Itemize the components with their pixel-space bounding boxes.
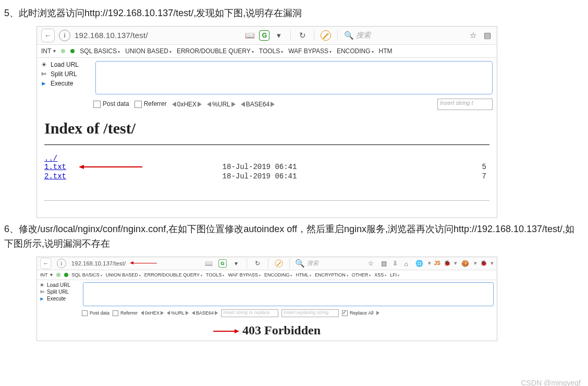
back-button[interactable]: ← (41, 29, 55, 42)
library-icon[interactable]: ▤ (482, 30, 493, 41)
menu-errorquery[interactable]: ERROR/DOUBLE QUERY (177, 47, 254, 55)
forbidden-heading: 403 Forbidden (37, 323, 497, 337)
split-url-button[interactable]: ✄Split URL (39, 288, 81, 295)
globe-icon[interactable]: 🌐 (415, 259, 424, 268)
shield-icon[interactable]: G (259, 30, 270, 41)
search-box[interactable]: 🔍 搜索 (344, 31, 371, 40)
menu-other[interactable]: OTHER (352, 272, 371, 278)
load-url-button[interactable]: ☀Load URL (39, 282, 81, 288)
menu-tools[interactable]: TOOLS (206, 272, 224, 278)
address-bar[interactable]: 192.168.10.137/test/ (75, 31, 148, 40)
library-icon[interactable]: ▤ (380, 259, 388, 268)
site-info-icon[interactable]: i (57, 259, 66, 268)
referrer-check[interactable]: Referrer (134, 100, 167, 108)
hr (44, 144, 489, 145)
divider (247, 258, 247, 269)
menu-encryption[interactable]: ENCRYPTION (315, 272, 348, 278)
db-icon: ☀ (40, 61, 47, 68)
browser-navbar: ← i 192.168.10.137/test/ 📖 G ▾ ↻ 🔍搜索 ☆ ▤… (37, 257, 497, 270)
referrer-check[interactable]: Referrer (113, 310, 138, 316)
divider (337, 30, 338, 41)
annotation-arrow (213, 331, 238, 332)
int-select[interactable]: INT▾ (41, 47, 56, 55)
hex-encode[interactable]: 0xHEX (141, 310, 164, 316)
file-date: 18-Jul-2019 06:41 (223, 163, 436, 172)
int-select[interactable]: INT▾ (40, 272, 53, 278)
dropdown-icon[interactable]: ▾ (232, 259, 240, 268)
url-textarea[interactable] (83, 282, 494, 306)
page-content: Index of /test/ ../ 1.txt 18-Jul-2019 06… (37, 113, 497, 218)
hackbar-options: Post data Referrer 0xHEX %URL BASE64 Ins… (37, 96, 497, 113)
js-icon[interactable]: JS (434, 260, 440, 266)
file-size: 5 (436, 163, 490, 172)
download-icon[interactable]: ⇩ (393, 260, 398, 267)
run-icon[interactable] (376, 311, 379, 315)
star-icon[interactable]: ☆ (366, 259, 375, 268)
menu-encoding[interactable]: ENCODING (264, 272, 292, 278)
execute-button[interactable]: ►Execute (39, 295, 81, 302)
menu-wafbypass[interactable]: WAF BYPASS (228, 272, 261, 278)
insert-string-input[interactable]: Insert string to replace (221, 309, 278, 317)
parent-link[interactable]: ../ (44, 154, 57, 163)
annotation-arrow (80, 166, 142, 167)
browser-navbar: ← i 192.168.10.137/test/ 📖 G ▾ ↻ 🔍 搜索 ☆ … (37, 27, 497, 45)
scissor-icon: ✄ (40, 70, 47, 78)
load-url-button[interactable]: ☀Load URL (40, 60, 92, 69)
execute-button[interactable]: ►Execute (40, 79, 92, 88)
menu-unionbased[interactable]: UNION BASED (125, 47, 172, 55)
reader-icon[interactable]: 📖 (205, 259, 213, 268)
replaceall-check[interactable]: Replace All (342, 310, 373, 316)
divider (289, 258, 290, 269)
menu-html[interactable]: HTML (296, 272, 311, 278)
b64-encode[interactable]: BASE64 (192, 310, 218, 316)
file-link[interactable]: 2.txt (44, 172, 66, 180)
menu-unionbased[interactable]: UNION BASED (106, 272, 141, 278)
reload-icon[interactable]: ↻ (253, 259, 262, 268)
postdata-check[interactable]: Post data (82, 310, 109, 316)
bug2-icon[interactable]: 🐞 (480, 260, 487, 267)
menu-sqlbasics[interactable]: SQL BASICS (80, 47, 120, 55)
dot-icon (64, 273, 68, 277)
menu-sqlbasics[interactable]: SQL BASICS (72, 272, 102, 278)
bug-icon[interactable]: 🐞 (444, 260, 451, 267)
star-icon[interactable]: ☆ (468, 30, 478, 41)
site-info-icon[interactable]: i (59, 30, 70, 41)
b64-encode[interactable]: BASE64 (241, 101, 275, 108)
home-icon[interactable]: ⌂ (402, 259, 410, 268)
noscript-icon[interactable] (275, 259, 283, 267)
search-box[interactable]: 🔍搜索 (295, 259, 318, 268)
menu-encoding[interactable]: ENCODING (337, 47, 374, 55)
insert-string-input[interactable]: Insert string t (437, 99, 493, 110)
address-bar[interactable]: 192.168.10.137/test/ (71, 260, 126, 267)
file-row: 1.txt 18-Jul-2019 06:41 5 (44, 163, 489, 172)
menu-tools[interactable]: TOOLS (259, 47, 283, 55)
insert-replacing-input[interactable]: Insert replacing string (281, 309, 339, 317)
split-url-button[interactable]: ✄Split URL (40, 69, 92, 79)
reader-icon[interactable]: 📖 (244, 30, 255, 41)
menu-xss[interactable]: XSS (374, 272, 386, 278)
file-link[interactable]: 1.txt (44, 163, 66, 171)
url-encode[interactable]: %URL (207, 101, 236, 108)
dot-icon (70, 49, 75, 53)
divider (268, 258, 268, 269)
hackbar-menu: INT▾ SQL BASICS UNION BASED ERROR/DOUBLE… (37, 45, 497, 58)
shield-icon[interactable]: G (218, 259, 227, 268)
menu-html[interactable]: HTM (379, 47, 393, 55)
menu-wafbypass[interactable]: WAF BYPASS (288, 47, 332, 55)
dropdown-icon[interactable]: ▾ (274, 30, 284, 41)
menu-errorquery[interactable]: ERROR/DOUBLE QUERY (144, 272, 202, 278)
hackbar-menu: INT▾ SQL BASICS UNION BASED ERROR/DOUBLE… (37, 270, 497, 280)
postdata-check[interactable]: Post data (93, 100, 129, 108)
noscript-icon[interactable] (321, 30, 331, 41)
right-toolbar: ☆ ▤ ⇩ ⌂ 🌐 ▾ JS 🐞 ▾ 🍪 ▾ 🐞 ▾ (365, 258, 494, 269)
hex-encode[interactable]: 0xHEX (172, 101, 202, 108)
reload-icon[interactable]: ↻ (297, 30, 308, 41)
url-encode[interactable]: %URL (167, 310, 189, 316)
step5-text: 5、此时浏览器访问http://192.168.10.137/test/,发现如… (4, 6, 584, 21)
play-icon: ► (40, 80, 47, 87)
file-date: 18-Jul-2019 06:41 (223, 172, 436, 182)
url-textarea[interactable] (95, 61, 493, 94)
cookie-icon[interactable]: 🍪 (461, 259, 470, 268)
menu-lfi[interactable]: LFI (390, 272, 399, 278)
back-button[interactable]: ← (40, 258, 51, 269)
